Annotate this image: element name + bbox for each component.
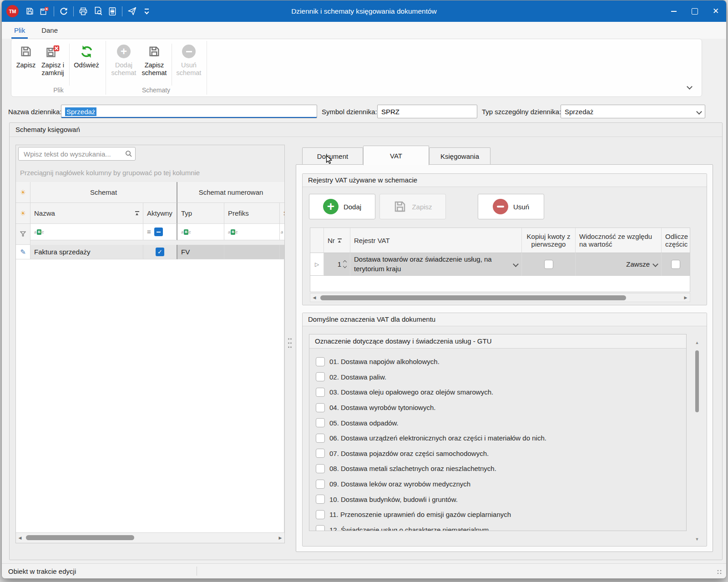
journal-symbol-field[interactable]	[378, 108, 477, 116]
number-spinner[interactable]	[344, 261, 346, 268]
print-preview-button[interactable]	[91, 4, 105, 19]
scroll-right-icon[interactable]: ▶	[682, 294, 690, 302]
checkbox-unchecked[interactable]	[316, 525, 325, 531]
checkbox-unchecked[interactable]	[316, 480, 325, 489]
checkbox-unchecked[interactable]	[316, 418, 325, 427]
column-header-nr[interactable]: Nr	[324, 228, 350, 253]
column-chooser-cell[interactable]: ☀	[16, 182, 30, 203]
search-input[interactable]	[23, 150, 125, 158]
gtu-item[interactable]: 01. Dostawa napojów alkoholowych.	[316, 354, 686, 369]
cell-clipped[interactable]	[280, 245, 285, 259]
ribbon-button-odswiez[interactable]: Odśwież	[71, 43, 101, 69]
cell-nr[interactable]: 1	[324, 253, 350, 276]
print-button[interactable]	[76, 4, 91, 19]
gtu-item[interactable]: 10. Dostawa budynków, budowli i gruntów.	[316, 491, 686, 507]
send-button[interactable]	[125, 4, 139, 19]
save-register-button[interactable]: Zapisz	[379, 194, 446, 219]
cell-odliczenie[interactable]	[662, 253, 690, 276]
tab-vat[interactable]: VAT	[363, 146, 429, 165]
cell-typ[interactable]: FV	[177, 245, 224, 259]
scroll-left-icon[interactable]: ◀	[16, 533, 24, 543]
customize-toolbar-button[interactable]	[139, 4, 154, 19]
column-header-odliczenie[interactable]: Odlicze częścic	[662, 228, 690, 253]
scroll-down-icon[interactable]: ▼	[694, 536, 700, 542]
column-header-prefiks[interactable]: Prefiks	[224, 203, 280, 224]
search-box[interactable]	[18, 147, 136, 161]
checkbox-unchecked[interactable]	[316, 449, 325, 458]
journal-type-select[interactable]: Sprzedaż	[561, 105, 705, 118]
scroll-up-icon[interactable]: ▲	[694, 339, 700, 346]
horizontal-scrollbar[interactable]: ◀ ▶	[310, 293, 690, 302]
band-schemat[interactable]: Schemat	[30, 182, 177, 203]
checkbox-unchecked[interactable]	[671, 260, 680, 269]
save-button-quick[interactable]	[22, 4, 37, 19]
checkbox-indeterminate-icon[interactable]	[154, 228, 163, 236]
gtu-item[interactable]: 02. Dostawa paliw.	[316, 369, 686, 385]
ribbon-button-usun-schemat[interactable]: Usuń schemat	[174, 43, 203, 77]
tab-ksiegowania[interactable]: Księgowania	[429, 147, 490, 165]
ribbon-button-zapisz-i-zamknij[interactable]: Zapisz i zamknij	[39, 43, 67, 77]
gtu-item[interactable]: 06. Dostawa urządzeń elektronicznych ora…	[316, 430, 686, 446]
ribbon-button-dodaj-schemat[interactable]: + Dodaj schemat	[110, 43, 138, 77]
cell-aktywny[interactable]: ✓	[143, 245, 177, 259]
gtu-item[interactable]: 07. Dostawa pojazdów oraz części samocho…	[316, 446, 686, 461]
spinner-down-icon[interactable]	[343, 264, 347, 268]
journal-name-input[interactable]: Sprzedaż	[61, 105, 317, 118]
cell-widocznosc-dropdown[interactable]: Zawsze	[576, 253, 662, 276]
checkbox-unchecked[interactable]	[316, 510, 325, 519]
table-row[interactable]: ▷ 1 Dostawa towarów oraz świadczenie usł…	[310, 253, 690, 276]
scroll-left-icon[interactable]: ◀	[310, 294, 318, 302]
column-header-widocznosc[interactable]: Widoczność ze względu na wartość	[576, 228, 662, 253]
spinner-up-icon[interactable]	[343, 260, 347, 264]
gtu-item[interactable]: 11. Przenoszenie uprawnień do emisji gaz…	[316, 507, 686, 522]
checkbox-unchecked[interactable]	[316, 388, 325, 397]
column-header-clipped[interactable]: S	[280, 203, 285, 224]
checkbox-unchecked[interactable]	[316, 403, 325, 412]
ribbon-collapse-button[interactable]	[688, 82, 692, 90]
gtu-item[interactable]: 03. Dostawa oleju opałowego oraz olejów …	[316, 385, 686, 400]
checkbox-unchecked[interactable]	[544, 260, 553, 269]
tab-dokument[interactable]: Dokument	[302, 147, 363, 165]
checkbox-unchecked[interactable]	[316, 372, 325, 381]
column-chooser-cell[interactable]: ☀	[16, 203, 30, 224]
checkbox-checked-icon[interactable]: ✓	[156, 248, 164, 256]
maximize-button[interactable]	[684, 0, 705, 22]
filter-prefiks[interactable]: aBc	[224, 224, 280, 240]
filter-aktywny[interactable]: =	[143, 224, 177, 240]
resize-grip[interactable]	[716, 569, 722, 575]
scrollbar-thumb[interactable]	[320, 295, 626, 300]
scrollbar-thumb[interactable]	[695, 350, 699, 412]
cell-prefiks[interactable]	[224, 245, 280, 259]
refresh-button-quick[interactable]	[56, 4, 71, 19]
ribbon-button-zapisz[interactable]: Zapisz	[13, 43, 39, 69]
vertical-scrollbar[interactable]: ▲ ▼	[694, 339, 700, 542]
ribbon-button-zapisz-schemat[interactable]: Zapisz schemat	[140, 43, 168, 77]
table-row[interactable]: ✎ Faktura sprzedaży ✓ FV	[16, 245, 284, 259]
checkbox-unchecked[interactable]	[316, 495, 325, 504]
cell-kopiuj-kwoty[interactable]	[522, 253, 576, 276]
scroll-right-icon[interactable]: ▶	[276, 533, 284, 543]
filter-typ[interactable]: aBc	[177, 224, 224, 240]
column-header-nazwa[interactable]: Nazwa	[30, 203, 143, 224]
filter-icon-cell[interactable]	[16, 224, 30, 245]
gtu-item[interactable]: 04. Dostawa wyrobów tytoniowych.	[316, 400, 686, 415]
panel-splitter[interactable]	[287, 336, 293, 350]
save-close-button-quick[interactable]	[37, 4, 51, 19]
ribbon-tab-plik[interactable]: Plik	[13, 22, 26, 39]
column-header-aktywny[interactable]: Aktywny	[143, 203, 177, 224]
horizontal-scrollbar[interactable]: ◀ ▶	[16, 532, 284, 543]
band-schemat-numerowania[interactable]: Schemat numerowan	[177, 182, 284, 203]
add-register-button[interactable]: + Dodaj	[309, 194, 375, 219]
checkbox-unchecked[interactable]	[316, 357, 325, 366]
column-header-rejestr-vat[interactable]: Rejestr VAT	[350, 228, 522, 253]
column-header-typ[interactable]: Typ	[177, 203, 224, 224]
cell-nazwa[interactable]: Faktura sprzedaży	[30, 245, 143, 259]
gtu-item[interactable]: 08. Dostawa metali szlachetnych oraz nie…	[316, 461, 686, 476]
ribbon-tab-dane[interactable]: Dane	[40, 22, 59, 39]
checkbox-unchecked[interactable]	[316, 434, 325, 443]
checkbox-unchecked[interactable]	[316, 464, 325, 473]
row-expander[interactable]: ▷	[310, 253, 324, 276]
filter-nazwa[interactable]: aBc	[30, 224, 143, 240]
gtu-item[interactable]: 12. Świadczenie usług o charakterze niem…	[316, 522, 686, 531]
delete-register-button[interactable]: Usuń	[478, 194, 544, 219]
